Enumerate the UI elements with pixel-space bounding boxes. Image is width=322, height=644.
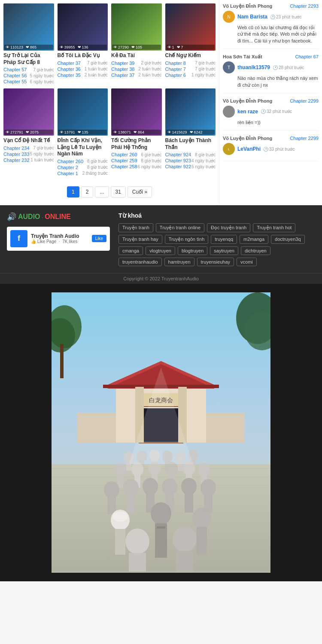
chapter-time: 2 tuần trước xyxy=(138,67,161,71)
manga-page-image: 白龙商会 xyxy=(52,292,270,573)
chapter-link[interactable]: Chapter 258 xyxy=(111,164,137,169)
chapter-link[interactable]: Chapter 38 xyxy=(111,67,134,72)
tag-item-11[interactable]: blogtruyen xyxy=(178,246,207,255)
tag-item-14[interactable]: truyentranhaudio xyxy=(118,258,162,266)
svg-point-54 xyxy=(181,478,197,495)
manga-cover-1[interactable]: 👁 110123 ❤ 865 xyxy=(3,3,54,51)
chapter-time: 1 ngày trước xyxy=(191,73,216,77)
chapter-item: Chapter 35 2 tuần trước xyxy=(58,73,108,78)
manga-title-8[interactable]: Bách Luyện Thành Thần xyxy=(165,137,216,151)
chapter-list-1: Chapter 57 7 giờ trước Chapter 56 5 ngày… xyxy=(3,67,54,84)
chapter-link[interactable]: Chapter 36 xyxy=(58,67,81,72)
svg-rect-65 xyxy=(197,527,207,555)
chapter-link[interactable]: Chapter 924 xyxy=(165,152,191,157)
chapter-item: Chapter 1 2 tháng trước xyxy=(58,171,108,176)
chapter-link[interactable]: Chapter 2 xyxy=(58,165,78,170)
manga-cover-3[interactable]: 👁 27290 ❤ 105 xyxy=(111,3,162,51)
manga-cover-8[interactable]: 👁 1415629 ❤ 6242 xyxy=(165,88,216,136)
tag-item-15[interactable]: hamtruyen xyxy=(164,258,194,266)
chapter-link[interactable]: Chapter 233 xyxy=(3,152,30,157)
chapter-item: Chapter 56 5 ngày trước xyxy=(3,73,54,78)
chapter-link[interactable]: Chapter 8 xyxy=(165,61,186,66)
tag-item-1[interactable]: Truyện tranh online xyxy=(156,223,204,232)
chapter-link[interactable]: Chapter 57 xyxy=(3,67,27,72)
page-btn-last[interactable]: Cuối » xyxy=(128,186,152,197)
tag-item-6[interactable]: truyenqq xyxy=(211,235,237,244)
page-btn-31[interactable]: 31 xyxy=(111,186,126,197)
chapter-link[interactable]: Chapter 39 xyxy=(111,61,134,66)
manga-cover-7[interactable]: 👁 138071 ❤ 864 xyxy=(111,88,162,136)
manga-card-2: 👁 39955 ❤ 136 Bố Tôi Là Đặc Vụ Chapter 3… xyxy=(58,3,108,85)
comment-series-3[interactable]: Võ Luyện Đỉnh Phong xyxy=(223,98,272,104)
chapter-time: 5 ngày trước xyxy=(30,73,54,78)
avatar-3 xyxy=(223,106,235,118)
tag-item-9[interactable]: cmanga xyxy=(118,246,143,255)
tag-item-0[interactable]: Truyện tranh xyxy=(118,223,153,232)
chapter-link[interactable]: Chapter 7 xyxy=(165,67,186,72)
manga-cover-2[interactable]: 👁 39955 ❤ 136 xyxy=(58,3,108,51)
chapter-link[interactable]: Chapter 260 xyxy=(111,152,137,157)
page-btn-2[interactable]: 2 xyxy=(81,186,94,197)
chapter-link[interactable]: Chapter 56 xyxy=(3,73,27,78)
tag-item-3[interactable]: Truyện tranh hot xyxy=(253,223,295,232)
chapter-link[interactable]: Chapter 232 xyxy=(3,158,30,163)
username-4[interactable]: LeVanPhi xyxy=(237,146,261,152)
manga-cover-4[interactable]: 👁 1 ❤ 7 xyxy=(165,3,216,51)
manga-title-7[interactable]: Tối Cường Phản Phái Hệ Thống xyxy=(111,137,162,151)
comment-series-1[interactable]: Võ Luyện Đỉnh Phong xyxy=(223,3,272,9)
manga-title-5[interactable]: Vạn Cổ Đệ Nhất Tế xyxy=(3,137,54,144)
username-2[interactable]: thuanlk13579 xyxy=(237,64,270,70)
username-3[interactable]: ken raze xyxy=(237,109,258,115)
chapter-link[interactable]: Chapter 37 xyxy=(58,61,81,66)
facebook-widget[interactable]: f Truyện Tranh Audio 👍 Like Page · 7K li… xyxy=(7,227,110,251)
chapter-link[interactable]: Chapter 37 xyxy=(111,73,134,78)
chapter-item: Chapter 232 1 tuần trước xyxy=(3,158,54,163)
avatar-4: L xyxy=(223,143,235,155)
copyright-text: Copyright © 2022 TruyentranhAudio xyxy=(0,273,322,284)
chapter-link[interactable]: Chapter 260 xyxy=(58,159,84,164)
tag-item-8[interactable]: doctruyen3q xyxy=(271,235,305,244)
comment-chapter-3[interactable]: Chapter 2299 xyxy=(290,98,319,103)
chapter-item: Chapter 6 1 ngày trước xyxy=(165,73,216,78)
chapter-link[interactable]: Chapter 234 xyxy=(3,146,30,151)
tag-item-16[interactable]: truyensieuhay xyxy=(197,258,234,266)
chapter-link[interactable]: Chapter 1 xyxy=(58,171,78,176)
tag-item-2[interactable]: Đọc truyện tranh xyxy=(207,223,250,232)
manga-cover-6[interactable]: 👁 13791 ❤ 135 xyxy=(58,88,108,136)
chapter-time: 5 ngày trước xyxy=(191,164,216,169)
manga-title-3[interactable]: Kẻ Đa Tài xyxy=(111,52,162,59)
like-button[interactable]: Like xyxy=(92,235,106,242)
page-btn-1[interactable]: 1 xyxy=(67,186,79,197)
chapter-link[interactable]: Chapter 35 xyxy=(58,73,81,78)
view-count-1: 👁 110123 xyxy=(6,45,23,49)
manga-cover-5[interactable]: 👁 272791 ❤ 2075 xyxy=(3,88,54,136)
manga-title-4[interactable]: Chế Ngự Kiếm xyxy=(165,52,216,59)
chapter-link[interactable]: Chapter 55 xyxy=(3,79,27,84)
svg-point-48 xyxy=(123,479,139,496)
footer-right: Từ khoá Truyện tranhTruyện tranh onlineĐ… xyxy=(118,212,315,266)
fb-likes-count: 7K likes xyxy=(62,239,77,244)
manga-title-2[interactable]: Bố Tôi Là Đặc Vụ xyxy=(58,52,108,59)
view-count-6: 👁 13791 xyxy=(60,130,75,134)
chapter-link[interactable]: Chapter 923 xyxy=(165,158,191,163)
tag-item-12[interactable]: saytruyen xyxy=(210,246,238,255)
tag-item-4[interactable]: Truyện tranh hay xyxy=(118,235,162,244)
chapter-link[interactable]: Chapter 6 xyxy=(165,73,186,78)
tag-item-7[interactable]: m2manga xyxy=(240,235,268,244)
comment-chapter-1[interactable]: Chapter 2293 xyxy=(290,3,319,9)
chapter-link[interactable]: Chapter 922 xyxy=(165,164,191,169)
comment-series-4[interactable]: Võ Luyện Đỉnh Phong xyxy=(223,136,272,141)
chapter-time: 8 giờ trước xyxy=(87,165,108,170)
tag-item-17[interactable]: vcomi xyxy=(237,258,257,266)
manga-title-6[interactable]: Đỉnh Cấp Khí Vận, Lặng Lẽ Tu Luyện Ngàn … xyxy=(58,137,108,158)
tag-item-10[interactable]: vlogtruyen xyxy=(146,246,175,255)
username-1[interactable]: Nam Barista xyxy=(237,14,267,20)
comment-chapter-4[interactable]: Chapter 2299 xyxy=(290,136,319,141)
comment-series-2[interactable]: Hoa Sơn Tái Xuất xyxy=(223,54,262,60)
chapter-link[interactable]: Chapter 259 xyxy=(111,158,137,163)
svg-point-68 xyxy=(173,526,197,552)
manga-title-1[interactable]: Sự Trở Lại Của Pháp Sư Cấp 8 xyxy=(3,52,54,66)
comment-chapter-2[interactable]: Chapter 67 xyxy=(295,54,319,59)
tag-item-13[interactable]: dichtruyen xyxy=(241,246,270,255)
tag-item-5[interactable]: Truyện ngôn tình xyxy=(165,235,209,244)
